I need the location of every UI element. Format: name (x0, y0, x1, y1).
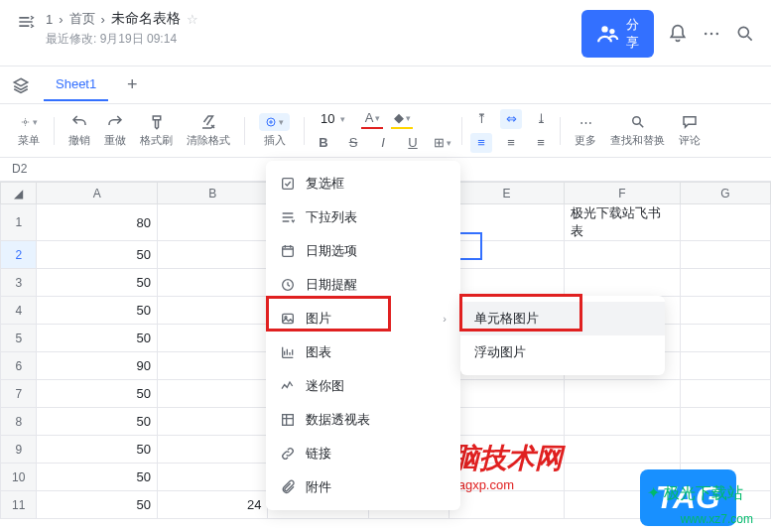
align-center-button[interactable]: ≡ (500, 133, 522, 153)
row-header[interactable]: 7 (1, 380, 37, 408)
crumb-item[interactable]: 1 (46, 12, 53, 27)
cell-image-option[interactable]: 单元格图片 (460, 302, 665, 335)
cell[interactable]: 50 (37, 241, 158, 269)
valign-top-button[interactable]: ⤒ (470, 109, 492, 129)
menu-button[interactable]: ▾ 菜单 (12, 113, 46, 148)
insert-link[interactable]: 链接 (266, 437, 460, 470)
row-header[interactable]: 11 (1, 491, 37, 519)
cell[interactable] (680, 380, 770, 408)
col-header[interactable]: B (158, 183, 268, 204)
insert-attachment[interactable]: 附件 (266, 470, 460, 504)
col-header[interactable]: F (565, 183, 681, 204)
row-header[interactable]: 4 (1, 297, 37, 325)
floating-image-option[interactable]: 浮动图片 (460, 335, 665, 369)
cell[interactable] (680, 436, 770, 464)
cell[interactable] (680, 325, 770, 352)
strike-button[interactable]: S (342, 133, 364, 153)
fill-color-button[interactable]: ◆▾ (391, 109, 413, 129)
row-header[interactable]: 8 (1, 408, 37, 436)
cell[interactable] (449, 380, 565, 408)
cell[interactable] (565, 464, 681, 491)
col-header[interactable]: E (449, 183, 565, 204)
cell[interactable] (449, 408, 565, 436)
cell[interactable] (565, 436, 681, 464)
search-icon[interactable] (735, 24, 755, 44)
cell[interactable] (680, 464, 770, 491)
cell[interactable] (565, 408, 681, 436)
row-header[interactable]: 1 (1, 204, 37, 241)
cell[interactable] (158, 269, 268, 297)
align-right-button[interactable]: ≡ (530, 133, 552, 153)
share-button[interactable]: 分享 (581, 10, 654, 58)
cell[interactable] (158, 352, 268, 380)
cell[interactable]: 50 (37, 297, 158, 325)
cell[interactable] (158, 436, 268, 464)
layers-icon[interactable] (12, 76, 30, 94)
cell[interactable] (449, 204, 565, 241)
cell[interactable]: 50 (37, 408, 158, 436)
cell[interactable] (680, 269, 770, 297)
font-size-select[interactable]: 10▾ (313, 109, 353, 129)
cell[interactable] (449, 491, 565, 519)
insert-sparkline[interactable]: 迷你图 (266, 369, 460, 403)
cell[interactable]: 50 (37, 464, 158, 491)
find-replace-button[interactable]: 查找和替换 (604, 113, 671, 148)
cell[interactable]: 80 (37, 204, 158, 241)
cell[interactable] (680, 491, 770, 519)
add-sheet-button[interactable]: + (120, 73, 144, 97)
cell[interactable] (565, 491, 681, 519)
cell[interactable] (565, 269, 681, 297)
insert-image[interactable]: 图片› (266, 302, 460, 335)
cell[interactable] (158, 241, 268, 269)
cell[interactable] (158, 464, 268, 491)
cell[interactable] (680, 297, 770, 325)
cell[interactable]: 50 (37, 436, 158, 464)
border-button[interactable]: ⊞▾ (432, 133, 453, 153)
row-header[interactable]: 10 (1, 464, 37, 491)
cell[interactable] (680, 204, 770, 241)
bell-icon[interactable] (668, 24, 688, 44)
col-header[interactable]: A (37, 183, 158, 204)
cell[interactable] (565, 380, 681, 408)
font-color-button[interactable]: A▾ (361, 109, 383, 129)
crumb-item[interactable]: 首页 (69, 10, 95, 28)
cell[interactable]: 90 (37, 352, 158, 380)
insert-date-reminder[interactable]: 日期提醒 (266, 268, 460, 302)
row-header[interactable]: 9 (1, 436, 37, 464)
row-header[interactable]: 6 (1, 352, 37, 380)
cell[interactable] (158, 325, 268, 352)
cell[interactable] (158, 380, 268, 408)
cell[interactable] (449, 241, 565, 269)
cell[interactable] (158, 297, 268, 325)
format-painter-button[interactable]: 格式刷 (134, 113, 179, 148)
redo-button[interactable]: 重做 (98, 113, 132, 148)
cell[interactable] (449, 436, 565, 464)
cell[interactable] (158, 408, 268, 436)
cell[interactable] (158, 204, 268, 241)
comments-button[interactable]: 评论 (673, 113, 707, 148)
cell[interactable]: 50 (37, 380, 158, 408)
cell[interactable]: 50 (37, 269, 158, 297)
row-header[interactable]: 5 (1, 325, 37, 352)
star-icon[interactable]: ☆ (187, 12, 198, 27)
align-left-button[interactable]: ≡ (470, 133, 492, 153)
select-all-corner[interactable]: ◢ (1, 183, 37, 204)
cell[interactable] (680, 352, 770, 380)
cell[interactable]: 50 (37, 491, 158, 519)
cell[interactable] (680, 408, 770, 436)
insert-pivot-table[interactable]: 数据透视表 (266, 403, 460, 437)
underline-button[interactable]: U (402, 133, 424, 153)
valign-bottom-button[interactable]: ⤓ (530, 109, 552, 129)
row-header[interactable]: 3 (1, 269, 37, 297)
insert-checkbox[interactable]: 复选框 (266, 167, 460, 200)
row-header[interactable]: 2 (1, 241, 37, 269)
cell[interactable] (680, 241, 770, 269)
cell[interactable]: 极光下载站飞书表 (565, 204, 681, 241)
more-button[interactable]: ⋯ 更多 (569, 113, 602, 148)
bold-button[interactable]: B (313, 133, 334, 153)
valign-middle-button[interactable]: ⇔ (500, 109, 522, 129)
insert-date-option[interactable]: 日期选项 (266, 234, 460, 268)
cell[interactable] (449, 464, 565, 491)
doc-title[interactable]: 未命名表格 (111, 10, 181, 28)
sheet-tab[interactable]: Sheet1 (44, 68, 108, 101)
